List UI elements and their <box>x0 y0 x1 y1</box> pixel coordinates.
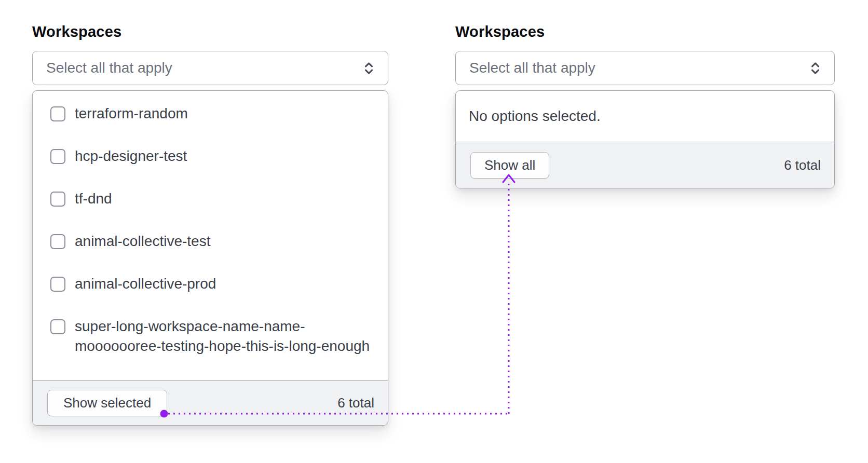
option-label: hcp-designer-test <box>75 146 187 166</box>
option-checkbox[interactable] <box>50 149 65 164</box>
option-row[interactable]: hcp-designer-test <box>50 146 375 166</box>
select-placeholder: Select all that apply <box>46 60 172 76</box>
option-row[interactable]: animal-collective-prod <box>50 274 375 294</box>
option-checkbox[interactable] <box>50 234 65 249</box>
field-label: Workspaces <box>32 24 388 39</box>
selection-summary-panel: No options selected. Show all 6 total <box>455 90 835 188</box>
select-trigger[interactable]: Select all that apply <box>455 51 835 85</box>
select-placeholder: Select all that apply <box>469 60 595 76</box>
workspaces-multiselect-empty: Workspaces Select all that apply No opti… <box>455 24 835 188</box>
option-label: animal-collective-test <box>75 232 210 251</box>
field-label: Workspaces <box>455 24 835 39</box>
option-checkbox[interactable] <box>50 192 65 207</box>
option-label: super-long-workspace-name-name-moooooore… <box>75 317 375 356</box>
show-selected-button[interactable]: Show selected <box>47 390 167 416</box>
option-checkbox[interactable] <box>50 319 65 334</box>
option-label: terraform-random <box>75 104 188 124</box>
empty-state-message: No options selected. <box>456 91 834 142</box>
show-all-button[interactable]: Show all <box>470 152 549 179</box>
total-count: 6 total <box>784 157 821 173</box>
options-listbox: terraform-random hcp-designer-test tf-dn… <box>33 91 388 380</box>
option-label: animal-collective-prod <box>75 274 216 294</box>
option-row[interactable]: tf-dnd <box>50 189 375 209</box>
summary-footer: Show all 6 total <box>456 142 834 188</box>
option-row[interactable]: animal-collective-test <box>50 232 375 251</box>
select-trigger[interactable]: Select all that apply <box>32 51 388 85</box>
option-row[interactable]: super-long-workspace-name-name-moooooore… <box>50 317 375 356</box>
option-row[interactable]: terraform-random <box>50 104 375 124</box>
options-dropdown-panel: terraform-random hcp-designer-test tf-dn… <box>32 90 388 426</box>
option-checkbox[interactable] <box>50 106 65 121</box>
option-label: tf-dnd <box>75 189 112 209</box>
dropdown-footer: Show selected 6 total <box>33 380 388 425</box>
chevrons-up-down-icon <box>809 61 822 75</box>
chevrons-up-down-icon <box>362 61 375 75</box>
total-count: 6 total <box>337 395 374 411</box>
workspaces-multiselect-expanded: Workspaces Select all that apply terrafo… <box>32 24 388 426</box>
option-checkbox[interactable] <box>50 277 65 292</box>
